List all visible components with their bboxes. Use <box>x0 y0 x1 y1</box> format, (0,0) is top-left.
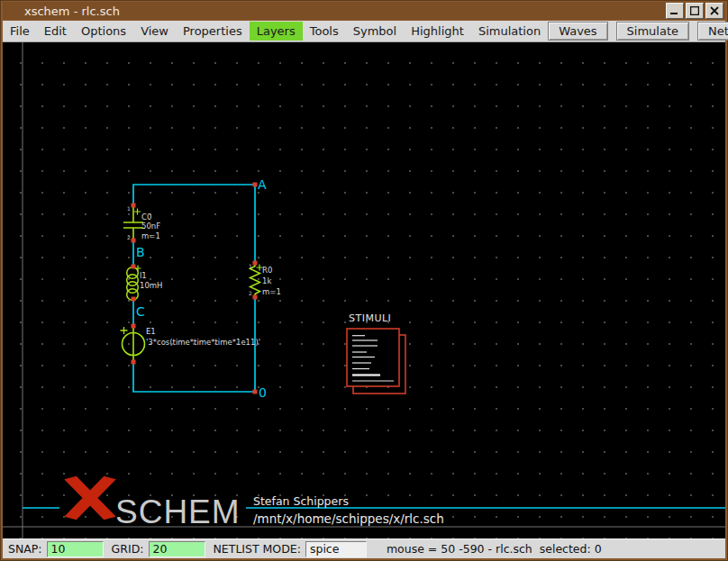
source-symbol[interactable] <box>121 326 145 362</box>
file-path-text: /mnt/x/home/schippes/x/rlc.sch <box>253 513 444 526</box>
snap-label: SNAP: <box>8 542 42 556</box>
schematic-canvas[interactable]: A B C 0 C0 50nF m=1 1 2 l1 10mH E1 '3*co… <box>3 42 725 538</box>
mouse-status-text: mouse = 50 -590 - rlc.sch selected: 0 <box>387 542 602 556</box>
inductor-value: 10mH <box>140 282 163 290</box>
source-plus-icon <box>121 327 128 334</box>
menu-item-view[interactable]: View <box>133 22 176 41</box>
sheet-boundary-lines <box>3 42 725 538</box>
maximize-button[interactable] <box>686 3 704 19</box>
inductor-name: l1 <box>140 272 147 280</box>
titlebar[interactable]: xschem - rlc.sch <box>3 2 725 20</box>
menu-item-edit[interactable]: Edit <box>37 22 74 41</box>
netlist-mode-input[interactable]: spice <box>305 541 367 557</box>
grid-label: GRID: <box>112 542 144 556</box>
netlist-button[interactable]: Netlist <box>697 22 728 41</box>
capacitor-pin1: 1 <box>127 206 131 212</box>
node-label-c[interactable]: C <box>136 305 145 318</box>
minimize-icon <box>670 7 679 15</box>
xschem-window: xschem - rlc.sch File Edit Options View … <box>0 0 728 561</box>
netlist-mode-label: NETLIST MODE: <box>214 542 301 556</box>
maximize-icon <box>690 6 699 15</box>
resistor-name: R0 <box>262 267 272 275</box>
menu-item-highlight[interactable]: Highlight <box>404 22 471 41</box>
menu-item-symbol[interactable]: Symbol <box>346 22 404 41</box>
schematic-drawing <box>3 42 725 538</box>
grid-input[interactable]: 20 <box>149 541 205 557</box>
menu-item-tools[interactable]: Tools <box>303 22 346 41</box>
capacitor-pin2: 2 <box>127 235 131 240</box>
statusbar: SNAP: 10 GRID: 20 NETLIST MODE: spice mo… <box>3 538 725 558</box>
source-name: E1 <box>146 328 156 336</box>
window-title: xschem - rlc.sch <box>24 5 120 18</box>
capacitor-value: 50nF <box>141 222 160 231</box>
menu-item-options[interactable]: Options <box>74 22 133 41</box>
xschem-logo-text: SCHEM <box>115 495 241 529</box>
menubar-buttons: Waves Simulate Netlist Help <box>548 22 728 41</box>
stimuli-box[interactable] <box>347 329 405 394</box>
capacitor-plus-icon <box>134 209 141 215</box>
simulate-button[interactable]: Simulate <box>616 22 689 41</box>
menubar: File Edit Options View Properties Layers… <box>3 21 725 42</box>
window-controls <box>666 3 723 19</box>
minimize-button[interactable] <box>666 3 684 19</box>
xschem-logo-x-icon <box>70 478 110 519</box>
menu-item-simulation[interactable]: Simulation <box>471 22 548 41</box>
capacitor-mult: m=1 <box>141 232 160 240</box>
capacitor-name: C0 <box>141 213 151 222</box>
author-text: Stefan Schippers <box>253 496 349 508</box>
stimuli-label: STIMULI <box>349 313 391 323</box>
menu-item-properties[interactable]: Properties <box>176 22 250 41</box>
resistor-pin2: 2 <box>249 291 252 296</box>
source-expression: '3*cos(time*time*time*1e11)' <box>146 339 260 347</box>
resistor-value: 1k <box>262 277 271 285</box>
snap-input[interactable]: 10 <box>47 541 104 557</box>
close-icon <box>710 6 719 15</box>
resistor-pin1: 1 <box>249 264 252 269</box>
node-label-b[interactable]: B <box>136 246 145 258</box>
close-button[interactable] <box>705 3 723 19</box>
menu-item-layers[interactable]: Layers <box>250 22 303 41</box>
menu-item-file[interactable]: File <box>3 22 37 41</box>
node-label-gnd[interactable]: 0 <box>259 386 267 399</box>
resistor-mult: m=1 <box>262 288 281 296</box>
node-label-a[interactable]: A <box>258 178 267 191</box>
waves-button[interactable]: Waves <box>548 22 607 41</box>
